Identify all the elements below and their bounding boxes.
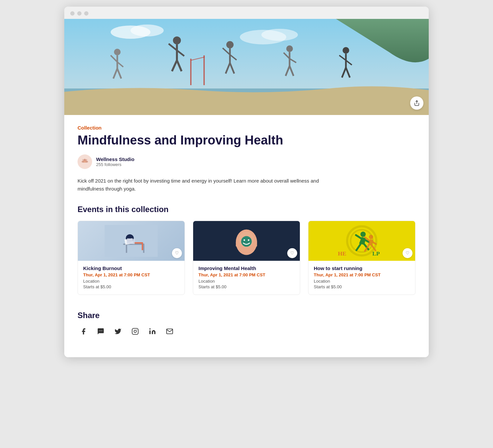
browser-dot-3 bbox=[84, 11, 88, 16]
page-content: Collection Mindfulness and Improving Hea… bbox=[64, 19, 429, 357]
svg-point-38 bbox=[261, 29, 298, 41]
svg-rect-51 bbox=[134, 242, 143, 244]
svg-text:HE: HE bbox=[338, 250, 346, 257]
event-date-running: Thur, Apr 1, 2021 at 7:00 PM CST bbox=[314, 272, 410, 277]
svg-rect-80 bbox=[149, 330, 151, 334]
event-price-running: Starts at $5.00 bbox=[314, 284, 410, 289]
organizer-info: Wellness Studio 255 followers bbox=[96, 156, 135, 167]
organizer-avatar bbox=[78, 154, 92, 169]
svg-point-60 bbox=[244, 239, 245, 241]
svg-point-70 bbox=[369, 235, 373, 239]
svg-point-59 bbox=[241, 236, 252, 247]
svg-point-78 bbox=[134, 330, 136, 332]
event-image-running: HE LP ♡ bbox=[308, 221, 415, 261]
svg-point-61 bbox=[248, 239, 249, 241]
event-card-body-mental: Improving Mental Health Thur, Apr 1, 202… bbox=[193, 261, 300, 295]
svg-point-36 bbox=[131, 25, 164, 36]
svg-rect-77 bbox=[132, 328, 138, 334]
svg-point-65 bbox=[360, 232, 366, 237]
svg-point-29 bbox=[343, 47, 349, 54]
svg-point-11 bbox=[173, 36, 181, 44]
svg-point-81 bbox=[149, 328, 151, 330]
browser-window: Collection Mindfulness and Improving Hea… bbox=[64, 7, 429, 357]
svg-point-23 bbox=[286, 45, 293, 52]
share-instagram-button[interactable] bbox=[129, 325, 141, 337]
event-card-burnout[interactable]: ♡ Kicking Burnout Thur, Apr 1, 2021 at 7… bbox=[78, 221, 185, 295]
event-heart-burnout[interactable]: ♡ bbox=[172, 248, 182, 258]
svg-point-79 bbox=[137, 329, 137, 330]
event-card-body-running: How to start running Thur, Apr 1, 2021 a… bbox=[308, 261, 415, 295]
svg-point-17 bbox=[226, 41, 234, 48]
svg-rect-55 bbox=[127, 238, 135, 244]
organizer-name: Wellness Studio bbox=[96, 156, 135, 162]
svg-point-5 bbox=[114, 49, 121, 55]
svg-rect-49 bbox=[126, 245, 127, 253]
share-section: Share bbox=[78, 311, 415, 337]
page-title: Mindfulness and Improving Health bbox=[78, 133, 415, 148]
event-date-mental: Thur, Apr 1, 2021 at 7:00 PM CST bbox=[198, 272, 295, 277]
event-location-burnout: Location bbox=[83, 279, 179, 284]
events-grid: ♡ Kicking Burnout Thur, Apr 1, 2021 at 7… bbox=[78, 221, 415, 295]
svg-text:LP: LP bbox=[372, 250, 380, 257]
event-title-mental: Improving Mental Health bbox=[198, 265, 295, 271]
event-card-body-burnout: Kicking Burnout Thur, Apr 1, 2021 at 7:0… bbox=[78, 261, 185, 295]
share-heading: Share bbox=[78, 311, 415, 320]
collection-label: Collection bbox=[78, 125, 415, 131]
svg-rect-52 bbox=[142, 244, 143, 250]
svg-rect-3 bbox=[203, 55, 205, 85]
event-image-burnout: ♡ bbox=[78, 221, 185, 261]
event-heart-running[interactable]: ♡ bbox=[403, 248, 412, 258]
svg-rect-2 bbox=[190, 59, 192, 85]
collection-description: Kick off 2021 on the right foot by inves… bbox=[78, 177, 329, 193]
share-messenger-button[interactable] bbox=[95, 325, 107, 337]
share-hero-button[interactable] bbox=[410, 96, 423, 110]
event-heart-mental[interactable]: ♡ bbox=[287, 248, 297, 258]
event-price-burnout: Starts at $5.00 bbox=[83, 284, 179, 289]
browser-chrome bbox=[64, 7, 429, 19]
followers-count: 255 followers bbox=[96, 162, 135, 167]
event-location-running: Location bbox=[314, 279, 410, 284]
event-location-mental: Location bbox=[198, 279, 295, 284]
events-heading: Events in this collection bbox=[78, 205, 415, 214]
share-linkedin-button[interactable] bbox=[146, 325, 158, 337]
svg-point-46 bbox=[84, 161, 86, 163]
event-title-running: How to start running bbox=[314, 265, 410, 271]
share-email-button[interactable] bbox=[164, 325, 176, 337]
organizer-row: Wellness Studio 255 followers bbox=[78, 154, 415, 169]
event-image-mental: ♡ bbox=[193, 221, 300, 261]
share-icons-row bbox=[78, 325, 415, 337]
browser-dot-2 bbox=[77, 11, 82, 16]
share-facebook-button[interactable] bbox=[78, 325, 89, 337]
content-body: Collection Mindfulness and Improving Hea… bbox=[64, 115, 429, 357]
hero-image bbox=[64, 19, 429, 115]
event-title-burnout: Kicking Burnout bbox=[83, 265, 179, 271]
event-date-burnout: Thur, Apr 1, 2021 at 7:00 PM CST bbox=[83, 272, 179, 277]
event-price-mental: Starts at $5.00 bbox=[198, 284, 295, 289]
svg-rect-50 bbox=[143, 245, 144, 253]
event-card-running[interactable]: HE LP ♡ How to start running Thur, Apr 1… bbox=[308, 221, 415, 295]
event-card-mental[interactable]: ♡ Improving Mental Health Thur, Apr 1, 2… bbox=[193, 221, 300, 295]
share-twitter-button[interactable] bbox=[112, 325, 124, 337]
browser-dot-1 bbox=[70, 11, 75, 16]
